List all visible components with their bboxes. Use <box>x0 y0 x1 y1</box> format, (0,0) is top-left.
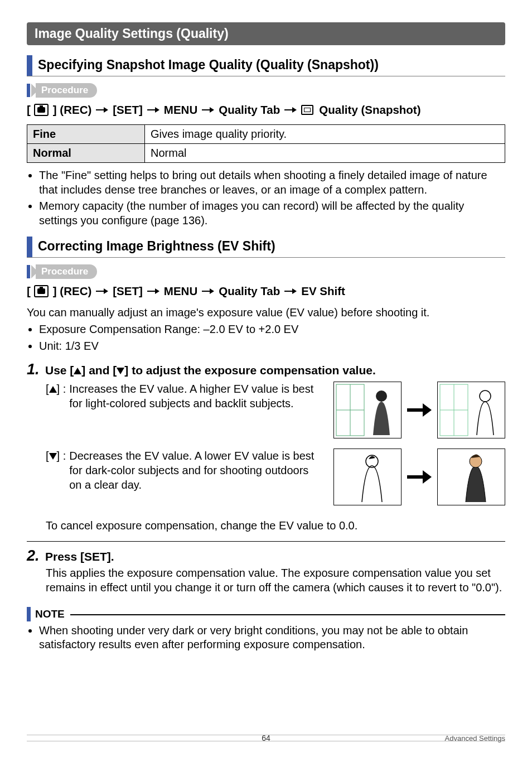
table-row-label: Fine <box>27 125 145 144</box>
path-p5: Quality (Snapshot) <box>319 103 420 117</box>
big-arrow-icon <box>407 403 432 417</box>
step-title: Press [SET]. <box>45 550 114 563</box>
ev-increase-block: [] : Increases the EV value. A higher EV… <box>46 382 505 438</box>
list-item: When shooting under very dark or very br… <box>39 624 505 652</box>
procedure-label: Procedure <box>36 83 97 98</box>
snapshot-bullets: The "Fine" setting helps to bring out de… <box>27 168 505 228</box>
section-banner: Image Quality Settings (Quality) <box>27 22 505 45</box>
procedure-tick <box>27 265 30 278</box>
subsection-title: Correcting Image Brightness (EV Shift) <box>38 237 275 257</box>
path-p1-prefix: [ <box>27 103 31 117</box>
menu-path-ev: [ ] (REC) [SET] MENU Quality Tab EV Shif… <box>27 285 505 298</box>
svg-point-7 <box>480 390 491 402</box>
arrow-icon <box>147 107 159 113</box>
procedure-tick <box>27 84 30 97</box>
step-title: Use [] and [] to adjust the exposure com… <box>45 364 376 377</box>
path-p2: [SET] <box>113 285 143 298</box>
step-body: This applies the exposure compensation v… <box>46 566 505 595</box>
procedure-pill: Procedure <box>27 264 505 279</box>
thumb-before <box>333 449 402 505</box>
footer-title: Advanced Settings <box>445 734 505 742</box>
snapshot-icon <box>301 105 313 115</box>
quality-table: Fine Gives image quality priority. Norma… <box>27 124 505 163</box>
up-key: [] : <box>46 382 66 411</box>
ev-cancel-text: To cancel exposure compensation, change … <box>46 519 505 533</box>
arrow-icon <box>202 107 214 113</box>
big-arrow-icon <box>407 470 432 484</box>
camera-icon <box>34 285 49 297</box>
subsection-accent-bar <box>27 237 32 257</box>
note-heading: NOTE <box>27 607 505 621</box>
table-row-value: Gives image quality priority. <box>145 125 505 144</box>
path-p4: Quality Tab <box>219 285 280 298</box>
subsection-title: Specifying Snapshot Image Quality (Quali… <box>38 55 379 76</box>
path-p3: MENU <box>164 103 197 117</box>
arrow-icon <box>96 107 108 113</box>
note-accent-bar <box>27 607 31 621</box>
step-number: 2. <box>27 547 40 564</box>
path-p1-prefix: [ <box>27 285 31 298</box>
path-p2: [SET] <box>113 103 143 117</box>
arrow-icon <box>147 288 159 294</box>
up-arrow-icon <box>74 368 81 374</box>
page-footer: 64 Advanced Settings <box>27 735 505 741</box>
arrow-icon <box>284 107 297 113</box>
ev-increase-illustration <box>333 382 505 438</box>
menu-path-snapshot: [ ] (REC) [SET] MENU Quality Tab Quality… <box>27 103 505 117</box>
path-p1-suffix: ] (REC) <box>53 285 91 298</box>
step-number: 1. <box>27 361 40 378</box>
step-title-mid: ] and [ <box>81 364 117 377</box>
step-title-pre: Use [ <box>45 364 74 377</box>
camera-icon <box>34 104 49 116</box>
path-p4: Quality Tab <box>219 103 280 117</box>
step-2: 2. Press [SET]. This applies the exposur… <box>27 547 505 595</box>
path-p3: MENU <box>164 285 197 298</box>
list-item: The "Fine" setting helps to bring out de… <box>39 168 505 197</box>
down-text: Decreases the EV value. A lower EV value… <box>69 449 323 492</box>
subsection-snapshot-quality: Specifying Snapshot Image Quality (Quali… <box>27 55 505 76</box>
ev-decrease-illustration <box>333 449 505 505</box>
procedure-pill: Procedure <box>27 83 505 98</box>
arrow-icon <box>284 288 297 294</box>
up-arrow-icon <box>49 386 57 393</box>
arrow-icon <box>96 288 108 294</box>
svg-point-3 <box>376 390 387 402</box>
list-item: Unit: 1/3 EV <box>39 339 505 354</box>
list-item: Exposure Compensation Range: –2.0 EV to … <box>39 322 505 337</box>
subsection-ev-shift: Correcting Image Brightness (EV Shift) <box>27 237 505 258</box>
down-key: [] : <box>46 449 66 492</box>
subsection-accent-bar <box>27 55 32 76</box>
path-p5: EV Shift <box>301 285 345 298</box>
table-row-label: Normal <box>27 144 145 163</box>
table-row-value: Normal <box>145 144 505 163</box>
note-label: NOTE <box>35 608 65 620</box>
arrow-icon <box>202 288 214 294</box>
step-title-post: ] to adjust the exposure compensation va… <box>124 364 375 377</box>
path-p1-suffix: ] (REC) <box>53 103 91 117</box>
ev-bullets: Exposure Compensation Range: –2.0 EV to … <box>27 322 505 353</box>
list-item: Memory capacity (the number of images yo… <box>39 199 505 228</box>
note-line <box>70 613 505 615</box>
thumb-after <box>437 382 505 438</box>
ev-decrease-block: [] : Decreases the EV value. A lower EV … <box>46 449 505 505</box>
step-divider <box>27 541 505 542</box>
procedure-label: Procedure <box>36 264 97 279</box>
up-text: Increases the EV value. A higher EV valu… <box>69 382 323 411</box>
thumb-after <box>437 449 505 505</box>
thumb-before <box>333 382 402 438</box>
ev-intro: You can manually adjust an image's expos… <box>27 306 505 320</box>
note-bullets: When shooting under very dark or very br… <box>27 624 505 652</box>
down-arrow-icon <box>49 453 57 460</box>
page-number: 64 <box>262 734 270 742</box>
down-arrow-icon <box>117 368 124 374</box>
step-1: 1. Use [] and [] to adjust the exposure … <box>27 361 505 533</box>
